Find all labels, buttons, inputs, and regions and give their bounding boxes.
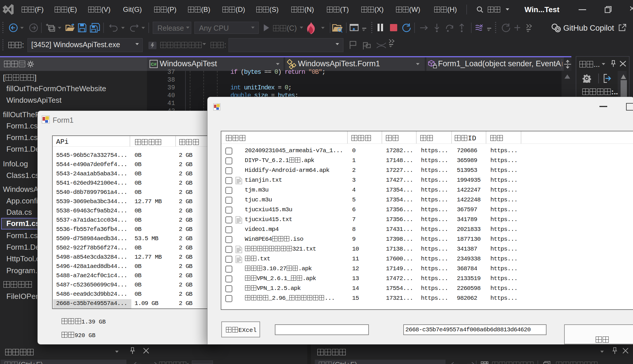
svg-text:C#: C#: [151, 62, 157, 67]
